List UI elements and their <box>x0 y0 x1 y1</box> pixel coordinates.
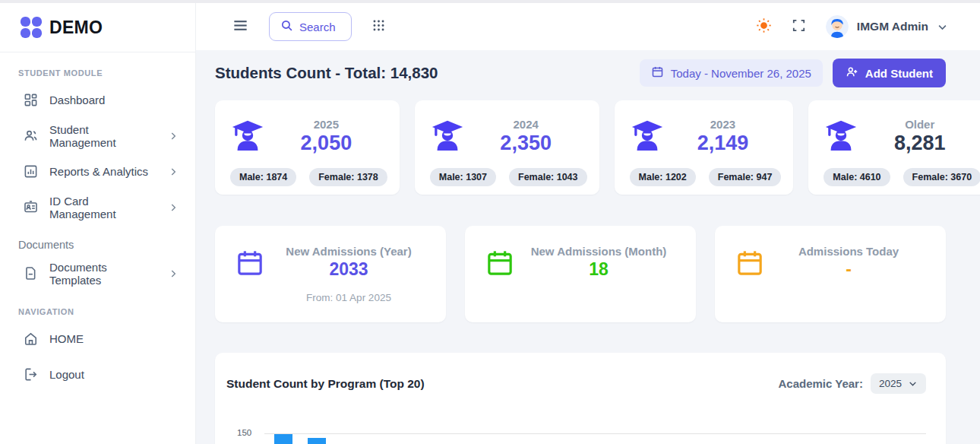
male-count-badge: Male: 4610 <box>824 168 890 186</box>
bar-program-2 <box>308 438 326 444</box>
section-label-documents: Documents <box>18 239 195 251</box>
admissions-year-card: New Admissions (Year) 2033 From: 01 Apr … <box>215 226 446 322</box>
chevron-right-icon <box>168 131 179 141</box>
admissions-cards: New Admissions (Year) 2033 From: 01 Apr … <box>215 226 946 322</box>
title-actions: Today - November 26, 2025 Add Student <box>640 59 946 87</box>
add-student-button[interactable]: Add Student <box>833 59 946 87</box>
academic-year-value: 2025 <box>879 378 902 389</box>
graduate-student-icon <box>230 117 265 155</box>
sidebar-item-label: Documents Templates <box>49 261 156 287</box>
female-count-badge: Female: 1043 <box>509 168 587 186</box>
stat-card-older: Older 8,281 Male: 4610 Female: 3670 <box>808 100 980 195</box>
search-button[interactable]: Search <box>269 12 352 41</box>
chart-controls: Academic Year: 2025 <box>778 373 926 394</box>
sidebar-item-logout[interactable]: Logout <box>0 357 195 392</box>
sidebar-item-label: Student Management <box>49 123 156 149</box>
grid-dots-icon <box>371 18 386 35</box>
chart-title: Student Count by Program (Top 20) <box>226 377 425 391</box>
sidebar-item-home[interactable]: HOME <box>0 321 195 357</box>
sidebar-item-label: Reports & Analytics <box>49 165 148 178</box>
graduate-student-icon <box>430 117 465 155</box>
program-chart-card: Student Count by Program (Top 20) Academ… <box>215 353 946 444</box>
today-date-label: Today - November 26, 2025 <box>671 67 811 80</box>
app-root: DEMO STUDENT MODULE Dashboard Student Ma… <box>0 0 980 444</box>
chevron-right-icon <box>168 166 179 177</box>
stat-year: 2025 <box>265 118 387 131</box>
hamburger-icon <box>232 17 249 36</box>
chevron-right-icon <box>168 268 179 279</box>
theme-toggle-button[interactable] <box>756 17 772 36</box>
sidebar-item-label: Dashboard <box>49 94 105 106</box>
sidebar-item-label: Logout <box>49 368 84 381</box>
sidebar: DEMO STUDENT MODULE Dashboard Student Ma… <box>0 3 196 444</box>
page-title: Students Count - Total: 14,830 <box>215 64 438 82</box>
calendar-icon <box>651 65 664 81</box>
main-area: Search <box>196 3 980 444</box>
search-icon <box>280 19 293 34</box>
male-count-badge: Male: 1874 <box>230 168 296 186</box>
admissions-today-card: Admissions Today - <box>715 226 946 322</box>
add-student-label: Add Student <box>865 67 933 80</box>
stat-count: 2,149 <box>665 132 782 155</box>
admissions-card-title: Admissions Today <box>765 245 932 258</box>
stat-year: Older <box>858 118 980 131</box>
dashboard-grid-icon <box>24 93 38 107</box>
graduate-student-icon <box>630 117 665 155</box>
stat-count: 2,050 <box>265 132 387 155</box>
user-name: IMGM Admin <box>857 20 928 33</box>
chevron-down-icon <box>908 379 918 388</box>
fullscreen-button[interactable] <box>792 18 806 35</box>
male-count-badge: Male: 1307 <box>430 168 496 186</box>
bar-program-1 <box>274 434 292 444</box>
title-row: Students Count - Total: 14,830 Today - N… <box>215 59 946 87</box>
stat-count: 2,350 <box>465 132 587 155</box>
female-count-badge: Female: 1378 <box>309 168 387 186</box>
calendar-icon <box>485 248 515 322</box>
sidebar-item-documents-templates[interactable]: Documents Templates <box>0 255 195 291</box>
user-menu[interactable]: IMGM Admin <box>826 15 948 38</box>
chevron-right-icon <box>168 202 179 213</box>
year-stat-cards: 2025 2,050 Male: 1874 Female: 1378 <box>215 100 946 195</box>
admissions-card-note: From: 01 Apr 2025 <box>265 292 432 304</box>
admissions-card-title: New Admissions (Year) <box>265 245 432 258</box>
user-plus-icon <box>846 65 858 81</box>
stat-card-2024: 2024 2,350 Male: 1307 Female: 1043 <box>415 100 599 195</box>
graduate-student-icon <box>824 117 858 155</box>
stat-count: 8,281 <box>858 132 980 155</box>
section-label-navigation: NAVIGATION <box>18 307 195 316</box>
users-icon <box>24 128 38 143</box>
sidebar-item-student-management[interactable]: Student Management <box>0 118 195 154</box>
apps-grid-button[interactable] <box>371 18 386 35</box>
document-icon <box>24 266 38 281</box>
logout-icon <box>24 367 38 382</box>
sidebar-item-id-card-management[interactable]: ID Card Management <box>0 189 195 225</box>
sidebar-item-label: ID Card Management <box>49 195 156 220</box>
sidebar-item-reports-analytics[interactable]: Reports & Analytics <box>0 154 195 189</box>
admissions-card-title: New Admissions (Month) <box>515 245 682 258</box>
admissions-month-card: New Admissions (Month) 18 <box>465 226 696 322</box>
admissions-card-note <box>765 292 932 304</box>
gridline-150 <box>264 433 926 434</box>
section-label-student-module: STUDENT MODULE <box>18 68 195 78</box>
brand-name: DEMO <box>49 17 103 38</box>
chevron-down-icon <box>937 21 948 33</box>
sidebar-divider <box>0 52 195 52</box>
female-count-badge: Female: 3670 <box>903 168 980 186</box>
today-date-button[interactable]: Today - November 26, 2025 <box>640 59 823 87</box>
stat-card-2023: 2023 2,149 Male: 1202 Female: 947 <box>615 100 794 195</box>
admissions-card-note <box>515 292 682 304</box>
bar-chart-plot: 150 <box>264 433 926 444</box>
academic-year-select[interactable]: 2025 <box>871 373 926 394</box>
sidebar-item-label: HOME <box>49 332 84 345</box>
avatar <box>826 15 849 38</box>
sidebar-item-dashboard[interactable]: Dashboard <box>0 82 195 118</box>
calendar-icon <box>235 248 265 322</box>
logo-icon <box>21 17 42 38</box>
brand-logo[interactable]: DEMO <box>0 3 195 52</box>
sun-icon <box>756 17 772 36</box>
hamburger-menu-button[interactable] <box>232 17 249 36</box>
dashboard-content: Students Count - Total: 14,830 Today - N… <box>196 50 980 444</box>
search-button-label: Search <box>299 21 336 33</box>
topbar: Search <box>196 3 980 50</box>
sidebar-nav: Dashboard Student Management Reports & A… <box>0 82 195 225</box>
